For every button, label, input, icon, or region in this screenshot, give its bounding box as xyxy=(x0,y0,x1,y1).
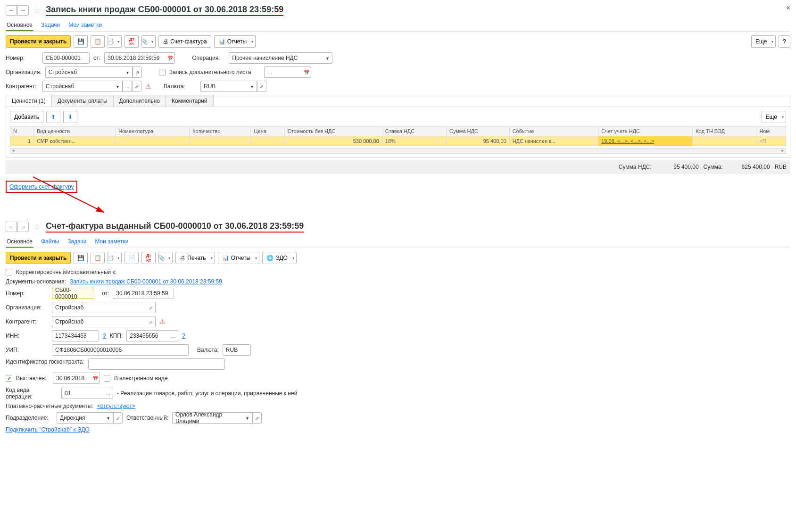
basis-link[interactable]: Запись книги продаж СБ00-000001 от 30.06… xyxy=(70,278,222,285)
tab-extra[interactable]: Дополнительно xyxy=(114,95,166,107)
open-icon[interactable]: ⬀ xyxy=(252,412,262,424)
currency-label: Валюта: xyxy=(197,347,219,353)
create-invoice-highlight: Оформить счет-фактуру xyxy=(6,181,77,193)
dropdown-icon[interactable]: ▾ xyxy=(104,412,113,424)
more-button[interactable]: Еще xyxy=(762,111,786,123)
move-down-icon[interactable]: ⬇ xyxy=(63,111,77,123)
col-event: Событие xyxy=(509,126,598,136)
electronic-checkbox[interactable] xyxy=(104,375,110,382)
extra-sheet-checkbox[interactable] xyxy=(159,69,166,75)
post-icon[interactable]: 📋 xyxy=(91,252,105,264)
date-input[interactable]: 30.06.2018 23:59:59 xyxy=(113,288,174,299)
dtkt-icon[interactable]: ДтКт xyxy=(141,252,156,264)
more-button[interactable]: Еще xyxy=(751,35,776,48)
horizontal-scrollbar[interactable] xyxy=(10,148,786,154)
forward-button[interactable]: → xyxy=(17,222,29,232)
tab-comment[interactable]: Комментарий xyxy=(166,95,214,107)
number-input[interactable]: СБ00-000001 xyxy=(42,52,90,64)
invoice-button[interactable]: 🖨 Счет-фактура xyxy=(158,35,211,48)
star-icon[interactable]: ☆ xyxy=(33,5,41,16)
select-icon[interactable]: … xyxy=(169,330,178,341)
dept-input[interactable]: Дирекция xyxy=(57,412,104,424)
inn-help[interactable]: ? xyxy=(103,332,106,339)
table-row[interactable]: 1 СМР собствен... 530 000,00 18% 95 400,… xyxy=(10,136,786,146)
dropdown-icon[interactable]: ▾ xyxy=(323,52,332,64)
kpp-help[interactable]: ? xyxy=(182,332,185,339)
move-up-icon[interactable]: ⬆ xyxy=(46,111,60,123)
extra-sheet-date[interactable]: . . xyxy=(264,66,302,78)
print-button[interactable]: 🖨 Печать xyxy=(175,252,215,264)
copy-icon[interactable]: 📑 xyxy=(108,252,122,264)
calendar-icon[interactable]: 📅 xyxy=(166,52,175,64)
dropdown-icon[interactable]: ▾ xyxy=(113,81,123,92)
page-title: Счет-фактура выданный СБ00-0000010 от 30… xyxy=(46,221,304,233)
open-icon[interactable]: ⬀ xyxy=(146,316,156,327)
navtab-notes[interactable]: Мои заметки xyxy=(67,20,103,31)
post-close-button[interactable]: Провести и закрыть xyxy=(6,252,71,264)
tab-values[interactable]: Ценности (1) xyxy=(6,95,52,107)
org-input[interactable]: Стройснаб xyxy=(52,302,146,313)
dtkt-icon[interactable]: ДтКт xyxy=(124,35,139,48)
account-cell[interactable]: 19.08, <...>, <...>, <...> xyxy=(598,136,693,146)
opcode-input[interactable]: 01 xyxy=(61,388,104,399)
select-icon[interactable]: … xyxy=(104,388,113,399)
navtab-main[interactable]: Основное xyxy=(6,236,33,248)
doc-icon[interactable]: 📄 xyxy=(124,252,139,264)
forward-button[interactable]: → xyxy=(17,5,29,16)
correction-checkbox[interactable] xyxy=(6,269,12,275)
navtab-tasks[interactable]: Задачи xyxy=(40,20,61,31)
open-icon[interactable]: ⬀ xyxy=(113,412,123,424)
tab-paydocs[interactable]: Документы оплаты xyxy=(52,95,114,107)
select-icon[interactable]: … xyxy=(123,81,132,92)
reports-button[interactable]: 📊 Отчеты xyxy=(218,252,259,264)
help-button[interactable]: ? xyxy=(779,35,790,48)
attach-icon[interactable]: 📎 xyxy=(141,35,156,48)
counterparty-input[interactable]: Стройснаб xyxy=(52,316,146,327)
col-n: N xyxy=(10,126,34,136)
counterparty-input[interactable]: Стройснаб xyxy=(42,81,113,92)
issued-date-input[interactable]: 30.06.2018 xyxy=(53,373,91,384)
operation-input[interactable]: Прочее начисление НДС xyxy=(229,52,323,64)
back-button[interactable]: ← xyxy=(6,222,17,232)
number-label: Номер: xyxy=(6,55,39,61)
dropdown-icon[interactable]: ▾ xyxy=(243,412,252,424)
add-button[interactable]: Добавить xyxy=(10,111,43,123)
payment-docs-link[interactable]: <отсутствуют> xyxy=(97,403,135,409)
number-input[interactable]: СБ00-0000010 xyxy=(52,288,94,299)
date-input[interactable]: 30.06.2018 23:59:59 xyxy=(104,52,166,64)
navtab-tasks[interactable]: Задачи xyxy=(66,236,87,248)
calendar-icon[interactable]: 📅 xyxy=(91,373,100,384)
col-qty: Количество xyxy=(190,126,251,136)
close-icon[interactable]: × xyxy=(786,4,790,12)
open-icon[interactable]: ⬀ xyxy=(133,66,142,78)
reports-button[interactable]: 📊 Отчеты xyxy=(214,35,256,48)
star-icon[interactable]: ☆ xyxy=(33,222,41,232)
open-icon[interactable]: ⬀ xyxy=(257,81,266,92)
edo-connect-link[interactable]: Подключить "Стройснаб" к ЭДО xyxy=(6,426,90,433)
currency-input[interactable]: RUB xyxy=(200,81,248,92)
create-invoice-link[interactable]: Оформить счет-фактуру xyxy=(9,183,74,190)
post-icon[interactable]: 📋 xyxy=(91,35,105,48)
save-icon[interactable]: 💾 xyxy=(74,252,88,264)
inn-input[interactable]: 1173434453 xyxy=(52,330,99,341)
post-close-button[interactable]: Провести и закрыть xyxy=(6,35,71,48)
uip-input[interactable]: СФ1806СБ000000010006 xyxy=(52,344,189,356)
open-icon[interactable]: ⬀ xyxy=(132,81,141,92)
navtab-files[interactable]: Файлы xyxy=(40,236,60,248)
open-icon[interactable]: ⬀ xyxy=(146,302,156,313)
copy-icon[interactable]: 📑 xyxy=(108,35,122,48)
issued-checkbox[interactable] xyxy=(6,375,12,382)
edo-button[interactable]: 🌐 ЭДО xyxy=(262,252,297,264)
dropdown-icon[interactable]: ▾ xyxy=(248,81,257,92)
navtab-notes[interactable]: Мои заметки xyxy=(94,236,129,248)
calendar-icon[interactable]: 📅 xyxy=(302,66,311,78)
kpp-input[interactable]: 233455656 xyxy=(126,330,169,341)
goscontract-input[interactable] xyxy=(88,358,225,370)
resp-input[interactable]: Орлов Александр Владими xyxy=(172,412,243,424)
navtab-main[interactable]: Основное xyxy=(6,20,33,31)
dropdown-icon[interactable]: ▾ xyxy=(123,66,133,78)
back-button[interactable]: ← xyxy=(6,5,17,16)
save-icon[interactable]: 💾 xyxy=(74,35,88,48)
org-input[interactable]: Стройснаб xyxy=(45,66,123,78)
attach-icon[interactable]: 📎 xyxy=(158,252,173,264)
